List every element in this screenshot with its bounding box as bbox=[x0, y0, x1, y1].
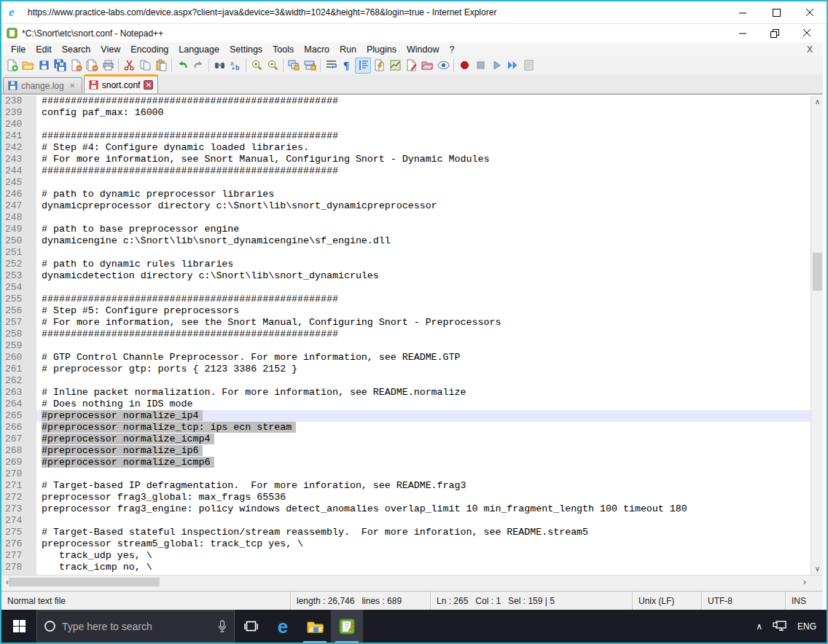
line-number[interactable]: 277 bbox=[1, 550, 36, 562]
macro-save-icon[interactable] bbox=[520, 58, 536, 74]
word-wrap-icon[interactable] bbox=[323, 58, 339, 74]
line-number[interactable]: 254 bbox=[1, 282, 36, 294]
notepadpp-taskbar-button[interactable] bbox=[331, 610, 363, 643]
line-number[interactable]: 240 bbox=[1, 119, 36, 130]
network-icon[interactable] bbox=[773, 620, 787, 632]
line-number[interactable]: 266 bbox=[1, 422, 36, 433]
line-text[interactable] bbox=[36, 282, 811, 294]
line-text[interactable]: # Target-based IP defragmentation. For m… bbox=[36, 480, 811, 492]
close-all-icon[interactable] bbox=[84, 58, 100, 74]
editor-line-266[interactable]: 266#preprocessor normalize_tcp: ips ecn … bbox=[1, 422, 811, 433]
line-text[interactable]: #preprocessor normalize_ip4 bbox=[36, 410, 811, 422]
line-number[interactable]: 276 bbox=[1, 538, 36, 550]
line-text[interactable] bbox=[36, 212, 811, 224]
menu-item-macro[interactable]: Macro bbox=[299, 43, 335, 56]
editor-line-273[interactable]: 273preprocessor frag3_engine: policy win… bbox=[1, 503, 811, 515]
line-number[interactable]: 243 bbox=[1, 154, 36, 165]
line-number[interactable]: 268 bbox=[1, 445, 36, 457]
indent-guide-icon[interactable] bbox=[355, 58, 371, 74]
line-number[interactable]: 274 bbox=[1, 515, 36, 527]
editor-line-246[interactable]: 246# path to dynamic preprocessor librar… bbox=[1, 189, 811, 200]
open-file-icon[interactable] bbox=[20, 58, 36, 74]
line-number[interactable]: 261 bbox=[1, 364, 36, 375]
line-text[interactable]: # preprocessor gtp: ports { 2123 3386 21… bbox=[36, 364, 811, 375]
horizontal-scroll-thumb[interactable] bbox=[9, 578, 160, 586]
scroll-down-icon[interactable]: ∨ bbox=[811, 562, 823, 575]
document-map-icon[interactable] bbox=[387, 58, 403, 74]
editor-line-275[interactable]: 275# Target-Based stateful inspection/st… bbox=[1, 527, 811, 538]
editor-line-243[interactable]: 243# For more information, see Snort Man… bbox=[1, 154, 811, 165]
line-text[interactable]: config paf_max: 16000 bbox=[36, 107, 811, 119]
line-text[interactable]: track_icmp no, \ bbox=[36, 562, 811, 573]
editor-line-244[interactable]: 244#####################################… bbox=[1, 165, 811, 177]
line-text[interactable]: dynamicpreprocessor directory c:\Snort\l… bbox=[36, 200, 811, 212]
vertical-scrollbar[interactable]: ∧ ∨ bbox=[811, 95, 823, 575]
line-text[interactable]: preprocessor frag3_engine: policy window… bbox=[36, 503, 811, 515]
line-number[interactable]: 251 bbox=[1, 247, 36, 259]
editor-line-262[interactable]: 262 bbox=[1, 375, 811, 387]
line-number[interactable]: 262 bbox=[1, 375, 36, 387]
line-number[interactable]: 273 bbox=[1, 503, 36, 515]
line-text[interactable]: # path to dynamic preprocessor libraries bbox=[36, 189, 811, 200]
line-number[interactable]: 269 bbox=[1, 457, 36, 468]
new-file-icon[interactable] bbox=[4, 58, 20, 74]
line-text[interactable]: dynamicdetection directory c:\Snort\lib\… bbox=[36, 270, 811, 282]
language-indicator[interactable]: ENG bbox=[797, 621, 816, 632]
line-number[interactable]: 241 bbox=[1, 130, 36, 142]
line-text[interactable]: # Inline packet normalization. For more … bbox=[36, 387, 811, 398]
cut-icon[interactable] bbox=[121, 58, 137, 74]
editor-line-276[interactable]: 276preprocessor stream5_global: track_tc… bbox=[1, 538, 811, 550]
menu-item-encoding[interactable]: Encoding bbox=[125, 43, 173, 56]
line-number[interactable]: 250 bbox=[1, 235, 36, 247]
sync-vertical-icon[interactable] bbox=[286, 58, 302, 74]
scroll-up-icon[interactable]: ∧ bbox=[811, 95, 823, 108]
menu-item-search[interactable]: Search bbox=[57, 43, 96, 56]
editor-line-272[interactable]: 272preprocessor frag3_global: max_frags … bbox=[1, 492, 811, 503]
editor-line-240[interactable]: 240 bbox=[1, 119, 811, 130]
monitoring-icon[interactable] bbox=[435, 58, 451, 74]
line-text[interactable]: # Target-Based stateful inspection/strea… bbox=[36, 527, 811, 538]
line-number[interactable]: 242 bbox=[1, 142, 36, 154]
macro-record-icon[interactable] bbox=[456, 58, 472, 74]
menu-item-edit[interactable]: Edit bbox=[31, 43, 57, 56]
file-explorer-button[interactable] bbox=[299, 610, 331, 643]
line-text[interactable]: ########################################… bbox=[36, 294, 811, 305]
save-all-icon[interactable] bbox=[52, 58, 68, 74]
document-list-icon[interactable] bbox=[403, 58, 419, 74]
editor[interactable]: 238#####################################… bbox=[1, 94, 823, 575]
microphone-icon[interactable] bbox=[218, 620, 227, 632]
editor-line-274[interactable]: 274 bbox=[1, 515, 811, 527]
line-text[interactable]: ########################################… bbox=[36, 130, 811, 142]
redo-icon[interactable] bbox=[190, 58, 206, 74]
line-number[interactable]: 244 bbox=[1, 165, 36, 177]
menu-item-plugins[interactable]: Plugins bbox=[362, 43, 402, 56]
line-number[interactable]: 256 bbox=[1, 305, 36, 317]
editor-line-256[interactable]: 256# Step #5: Configure preprocessors bbox=[1, 305, 811, 317]
line-text[interactable]: # For more information, see the Snort Ma… bbox=[36, 317, 811, 329]
line-number[interactable]: 264 bbox=[1, 398, 36, 410]
editor-line-253[interactable]: 253dynamicdetection directory c:\Snort\l… bbox=[1, 270, 811, 282]
line-text[interactable]: #preprocessor normalize_tcp: ips ecn str… bbox=[36, 422, 811, 433]
menu-item-window[interactable]: Window bbox=[402, 43, 444, 56]
task-view-button[interactable] bbox=[235, 610, 267, 643]
line-number[interactable]: 272 bbox=[1, 492, 36, 503]
line-text[interactable]: track_udp yes, \ bbox=[36, 550, 811, 562]
editor-line-242[interactable]: 242# Step #4: Configure dynamic loaded l… bbox=[1, 142, 811, 154]
undo-icon[interactable] bbox=[174, 58, 190, 74]
editor-line-263[interactable]: 263# Inline packet normalization. For mo… bbox=[1, 387, 811, 398]
copy-icon[interactable] bbox=[137, 58, 153, 74]
line-text[interactable]: # GTP Control Channle Preprocessor. For … bbox=[36, 352, 811, 364]
paste-icon[interactable] bbox=[153, 58, 169, 74]
line-number[interactable]: 253 bbox=[1, 270, 36, 282]
editor-line-254[interactable]: 254 bbox=[1, 282, 811, 294]
line-text[interactable] bbox=[36, 177, 811, 189]
line-number[interactable]: 257 bbox=[1, 317, 36, 329]
zoom-in-icon[interactable] bbox=[249, 58, 265, 74]
folder-as-workspace-icon[interactable] bbox=[419, 58, 435, 74]
macro-run-multiple-icon[interactable] bbox=[504, 58, 520, 74]
edge-button[interactable]: e bbox=[267, 610, 299, 643]
line-text[interactable]: # Step #5: Configure preprocessors bbox=[36, 305, 811, 317]
macro-play-icon[interactable] bbox=[488, 58, 504, 74]
line-text[interactable]: ########################################… bbox=[36, 329, 811, 340]
line-text[interactable]: preprocessor stream5_global: track_tcp y… bbox=[36, 538, 811, 550]
